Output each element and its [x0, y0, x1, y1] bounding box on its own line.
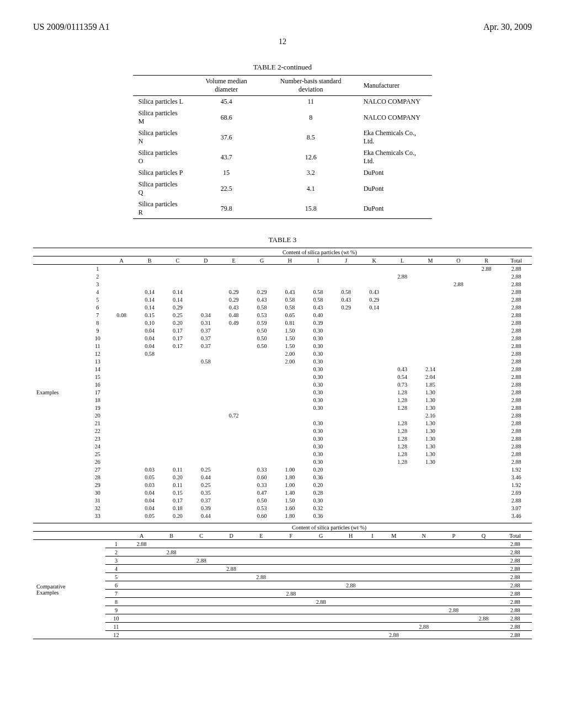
page-number: 12 — [33, 38, 532, 46]
table-row: Silica particles L45.411NALCO COMPANY — [133, 96, 432, 108]
table-row: 110.040.170.370.501.500.302.88 — [33, 342, 532, 350]
table-row: 80.100.200.310.490.590.810.392.88 — [33, 319, 532, 326]
t2-col-stddev: Number-basis standard deviation — [264, 76, 358, 96]
table2-caption: TABLE 2-continued — [33, 63, 532, 72]
table-row: 102.882.88 — [33, 614, 532, 623]
table-row: Silica particles M68.68NALCO COMPANY — [133, 108, 432, 127]
table-row: 320.040.180.390.531.600.323.07 — [33, 504, 532, 512]
table-row: 120.582.000.302.88 — [33, 350, 532, 357]
table-row: 210.301.281.302.88 — [33, 419, 532, 427]
table-row: Silica particles Q22.54.1DuPont — [133, 179, 432, 199]
table-row: 52.882.88 — [33, 573, 532, 581]
table3-upper: Content of silica particles (wt %) ABCDE… — [33, 248, 532, 520]
table-row: 270.030.110.250.331.000.201.92 — [33, 465, 532, 473]
table-row: 160.300.731.852.88 — [33, 381, 532, 388]
table-row: 32.882.88 — [33, 556, 532, 565]
table-row: 92.882.88 — [33, 606, 532, 614]
table-row: 220.301.281.302.88 — [33, 427, 532, 435]
table-row: 190.301.281.302.88 — [33, 404, 532, 411]
table-row: 32.882.88 — [33, 280, 532, 288]
table-row: 82.882.88 — [33, 598, 532, 606]
table-row: 112.882.88 — [33, 623, 532, 631]
table-row: ComparativeExamples12.882.88 — [33, 540, 532, 548]
publication-date: Apr. 30, 2009 — [483, 22, 532, 32]
publication-number: US 2009/0111359 A1 — [33, 22, 109, 32]
table-row: 260.301.281.302.88 — [33, 458, 532, 465]
table-row: 72.882.88 — [33, 590, 532, 598]
table-row: 180.301.281.302.88 — [33, 396, 532, 404]
table-row: 310.040.170.370.501.500.302.88 — [33, 496, 532, 504]
table-row: 230.301.281.302.88 — [33, 435, 532, 442]
table-row: 130.582.000.302.88 — [33, 357, 532, 365]
table-row: Silica particles R79.815.8DuPont — [133, 199, 432, 219]
t2-col-diameter: Volume median diameter — [189, 76, 264, 96]
table3-lower: Content of silica particles (wt %) ABCDE… — [33, 523, 532, 639]
table-row: 140.300.432.142.88 — [33, 365, 532, 373]
table-row: 122.882.88 — [33, 631, 532, 639]
table-row: 70.080.150.250.340.480.530.650.402.88 — [33, 311, 532, 319]
table-row: Silica particles P153.2DuPont — [133, 167, 432, 179]
page-header: US 2009/0111359 A1 Apr. 30, 2009 — [33, 22, 532, 32]
table-row: 60.140.290.430.580.580.430.290.142.88 — [33, 303, 532, 311]
table-row: 40.140.140.290.290.430.580.580.432.88 — [33, 288, 532, 296]
table-row: 200.722.162.88 — [33, 411, 532, 419]
table3-caption: TABLE 3 — [33, 235, 532, 244]
table-row: 100.040.170.370.501.500.302.88 — [33, 334, 532, 342]
table-row: 240.301.281.302.88 — [33, 442, 532, 450]
table-row: 62.882.88 — [33, 581, 532, 590]
table-row: 280.050.200.440.601.800.363.46 — [33, 473, 532, 481]
table-row: 22.882.88 — [33, 548, 532, 556]
table-row: 300.040.150.350.471.400.282.69 — [33, 489, 532, 496]
t2-col-manufacturer: Manufacturer — [358, 76, 433, 96]
table-row: 290.030.110.250.331.000.201.92 — [33, 481, 532, 489]
table2: Volume median diameter Number-basis stan… — [133, 75, 432, 219]
t3l-group: Content of silica particles (wt %) — [127, 523, 532, 532]
table-row: Silica particles O43.712.6Eka Chemicals … — [133, 147, 432, 167]
table-row: Silica particles N37.68.5Eka Chemicals C… — [133, 127, 432, 147]
table-row: 170.301.281.302.88 — [33, 388, 532, 396]
table-row: Examples12.882.88 — [33, 265, 532, 273]
table-row: 42.882.88 — [33, 565, 532, 573]
t3u-group: Content of silica particles (wt %) — [108, 248, 532, 256]
table-row: 330.050.200.440.601.800.363.46 — [33, 512, 532, 520]
table-row: 50.140.140.290.430.580.580.430.292.88 — [33, 296, 532, 303]
table-row: 22.882.88 — [33, 272, 532, 280]
table-row: 90.040.170.370.501.500.302.88 — [33, 326, 532, 334]
table-row: 150.300.542.042.88 — [33, 373, 532, 381]
table-row: 250.301.281.302.88 — [33, 450, 532, 458]
